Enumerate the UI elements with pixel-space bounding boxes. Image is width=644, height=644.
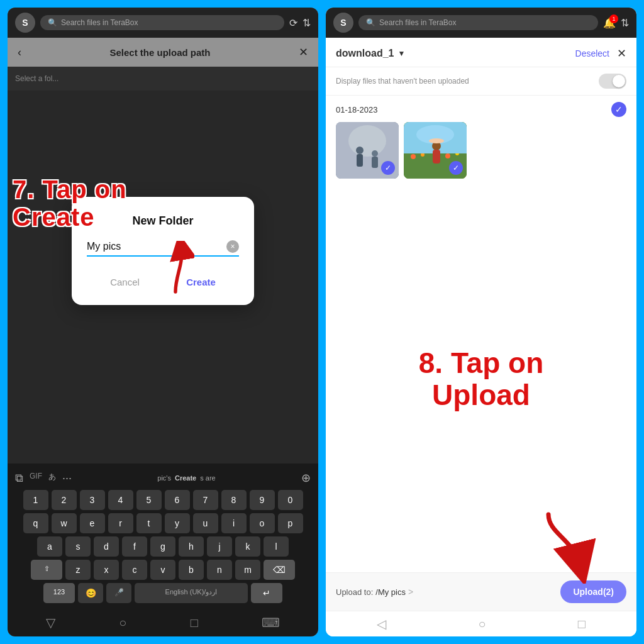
- key-k[interactable]: k: [235, 536, 260, 557]
- asdf-row: a s d f g h j k l: [10, 536, 316, 557]
- avatar[interactable]: S: [15, 13, 35, 33]
- date-row: 01-18-2023 ✓: [326, 96, 636, 122]
- close-button[interactable]: ✕: [617, 47, 626, 60]
- key-7[interactable]: 7: [193, 490, 218, 510]
- key-f[interactable]: f: [122, 536, 147, 557]
- left-top-bar: S 🔍 Search files in TeraBox ⟳ ⇅: [8, 8, 318, 38]
- photo-check-2[interactable]: ✓: [449, 161, 463, 175]
- svg-rect-4: [357, 154, 363, 167]
- right-nav-recents-icon[interactable]: □: [578, 617, 586, 631]
- toggle-label: Display files that haven't been uploaded: [336, 77, 469, 86]
- num-switch-key[interactable]: 123: [43, 583, 75, 603]
- key-y[interactable]: y: [165, 513, 190, 533]
- key-e[interactable]: e: [80, 513, 105, 533]
- left-panel: S 🔍 Search files in TeraBox ⟳ ⇅ ‹ Select…: [8, 8, 318, 636]
- suggestion-create[interactable]: Create: [175, 474, 196, 482]
- key-z[interactable]: z: [65, 560, 91, 580]
- keyboard[interactable]: ⧉ GIF あ ··· pic's Create s are ⊕ 1 2 3 4…: [8, 464, 318, 609]
- key-0[interactable]: 0: [278, 490, 303, 510]
- dropdown-arrow[interactable]: ▼: [397, 49, 405, 58]
- right-nav-back-icon[interactable]: ◁: [377, 616, 386, 631]
- key-l[interactable]: l: [264, 536, 289, 557]
- key-j[interactable]: j: [207, 536, 232, 557]
- shift-key[interactable]: ⇧: [31, 560, 62, 580]
- more-icon[interactable]: ···: [62, 472, 72, 485]
- key-5[interactable]: 5: [136, 490, 162, 510]
- date-checkmark[interactable]: ✓: [611, 102, 626, 117]
- svg-rect-6: [372, 157, 378, 168]
- right-avatar[interactable]: S: [333, 13, 353, 33]
- key-u[interactable]: u: [193, 513, 218, 533]
- right-nav-home-icon[interactable]: ○: [478, 617, 486, 631]
- nav-home-icon[interactable]: ○: [119, 616, 126, 630]
- refresh-icon[interactable]: ⟳: [289, 17, 297, 29]
- backspace-key[interactable]: ⌫: [264, 560, 295, 580]
- photo-check-1[interactable]: ✓: [381, 161, 395, 175]
- key-9[interactable]: 9: [250, 490, 275, 510]
- suggestion-3[interactable]: s are: [200, 474, 215, 482]
- key-1[interactable]: 1: [23, 490, 48, 510]
- key-m[interactable]: m: [235, 560, 260, 580]
- key-w[interactable]: w: [52, 513, 77, 533]
- right-content: download_1 ▼ Deselect ✕ Display files th…: [326, 38, 636, 572]
- nav-keyboard-icon[interactable]: ⌨: [262, 615, 280, 630]
- date-label: 01-18-2023: [336, 105, 378, 114]
- notification-icon[interactable]: 🔔 1: [603, 17, 616, 29]
- photos-row: ⤢ ✓ ⤢: [326, 122, 636, 186]
- gif-icon[interactable]: GIF: [30, 472, 42, 485]
- cancel-button[interactable]: Cancel: [97, 272, 152, 292]
- toggle-switch[interactable]: [599, 74, 626, 89]
- suggestion-1[interactable]: pic's: [157, 474, 171, 482]
- key-o[interactable]: o: [250, 513, 275, 533]
- add-icon[interactable]: ⊕: [301, 471, 311, 485]
- key-6[interactable]: 6: [165, 490, 190, 510]
- svg-point-16: [429, 138, 444, 143]
- key-v[interactable]: v: [150, 560, 175, 580]
- key-t[interactable]: t: [136, 513, 162, 533]
- lang-icon[interactable]: あ: [48, 472, 56, 485]
- photo-thumb-1[interactable]: ⤢ ✓: [336, 122, 399, 179]
- suggestions-row: pic's Create s are: [157, 474, 215, 482]
- key-q[interactable]: q: [23, 513, 48, 533]
- key-a[interactable]: a: [37, 536, 62, 557]
- right-search-bar[interactable]: 🔍 Search files in TeraBox: [358, 15, 598, 30]
- photo-thumb-2[interactable]: ⤢ ✓: [404, 122, 467, 179]
- arrow-to-create: [157, 241, 194, 297]
- nav-recents-icon[interactable]: □: [191, 616, 198, 630]
- key-8[interactable]: 8: [221, 490, 247, 510]
- key-b[interactable]: b: [179, 560, 204, 580]
- search-bar[interactable]: 🔍 Search files in TeraBox: [40, 15, 284, 30]
- right-nav-bar: ◁ ○ □: [326, 611, 636, 636]
- right-top-icons: 🔔 1 ⇅: [603, 17, 629, 29]
- key-x[interactable]: x: [94, 560, 119, 580]
- sort-icon[interactable]: ⇅: [303, 17, 311, 29]
- zxcv-row: ⇧ z x c v b n m ⌫: [10, 560, 316, 580]
- right-sort-icon[interactable]: ⇅: [621, 17, 629, 29]
- key-n[interactable]: n: [207, 560, 232, 580]
- clear-input-button[interactable]: ×: [226, 240, 239, 253]
- key-p[interactable]: p: [278, 513, 303, 533]
- header-actions: Deselect ✕: [575, 47, 626, 60]
- key-4[interactable]: 4: [108, 490, 133, 510]
- clipboard-icon[interactable]: ⧉: [15, 472, 23, 485]
- key-3[interactable]: 3: [80, 490, 105, 510]
- emoji-key[interactable]: 😊: [78, 583, 103, 603]
- key-h[interactable]: h: [179, 536, 204, 557]
- key-r[interactable]: r: [108, 513, 133, 533]
- key-2[interactable]: 2: [52, 490, 77, 510]
- nav-back-icon[interactable]: ▽: [46, 615, 55, 630]
- key-i[interactable]: i: [221, 513, 247, 533]
- key-s[interactable]: s: [65, 536, 91, 557]
- arrow-to-upload: [536, 508, 599, 572]
- keyboard-toolbar-right: ⊕: [301, 471, 311, 485]
- upload-path-overlay: ‹ Select the upload path ✕ Select a fol.…: [8, 38, 318, 464]
- space-key[interactable]: English (UK)/اردو: [135, 583, 248, 603]
- svg-point-5: [372, 150, 378, 157]
- key-d[interactable]: d: [94, 536, 119, 557]
- mic-key[interactable]: 🎤: [106, 583, 131, 603]
- deselect-button[interactable]: Deselect: [575, 48, 609, 58]
- key-c[interactable]: c: [122, 560, 147, 580]
- upload-path-text: /My pics: [375, 587, 406, 597]
- enter-key[interactable]: ↵: [251, 583, 282, 603]
- key-g[interactable]: g: [150, 536, 175, 557]
